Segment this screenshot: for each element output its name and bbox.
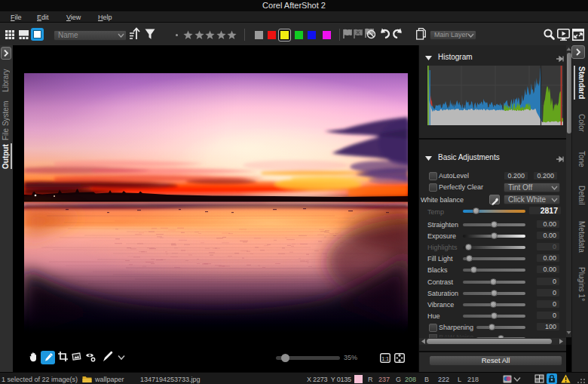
svg-text:1:1: 1:1	[381, 356, 389, 361]
